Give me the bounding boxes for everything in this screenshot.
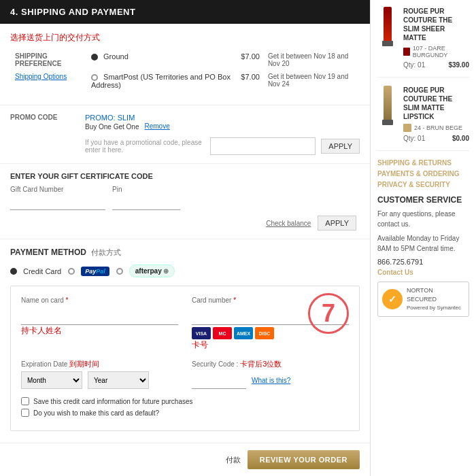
- gift-title: ENTER YOUR GIFT CERTIFICATE CODE: [10, 172, 360, 180]
- what-is-link[interactable]: What is this?: [252, 377, 290, 384]
- payment-title-text: PAYMENT METHOD: [10, 248, 86, 257]
- product-1-swatch-row: 107 - DARE BURGUNDY: [403, 45, 469, 58]
- smartpost-radio[interactable]: [91, 74, 98, 81]
- product-1-name: ROUGE PUR COUTURE THE SLIM SHEER MATTE: [403, 7, 469, 42]
- norton-text: NORTONSECUREDPowered by Symantec: [407, 286, 461, 312]
- default-card-label: Do you wish to make this card as default…: [33, 409, 159, 417]
- promo-apply-button[interactable]: APPLY: [321, 139, 360, 154]
- cs-contact-link[interactable]: Contact Us: [377, 269, 469, 276]
- afterpay-radio[interactable]: [116, 268, 123, 275]
- payment-title: PAYMENT METHOD 付款方式: [10, 248, 360, 258]
- cs-phone: 866.725.6791: [377, 258, 469, 266]
- gift-apply-button[interactable]: APPLY: [318, 216, 356, 231]
- product-1-color-code: 107 - DARE BURGUNDY: [413, 45, 469, 58]
- ground-label: Ground: [103, 52, 129, 61]
- promo-section: PROMO CODE PROMO: SLIM Buy One Get One R…: [0, 105, 370, 163]
- security-input-row: What is this?: [192, 371, 349, 389]
- credit-card-option[interactable]: Credit Card: [10, 267, 61, 275]
- cs-title: CUSTOMER SERVICE: [377, 195, 469, 205]
- default-card-checkbox[interactable]: [21, 409, 29, 417]
- visa-icon: VISA: [192, 327, 211, 339]
- cc-checkboxes: Save this credit card information for fu…: [21, 397, 349, 417]
- security-code-input[interactable]: [192, 371, 246, 389]
- cs-text: For any questions, please contact us.: [377, 209, 469, 229]
- product-2-info: ROUGE PUR COUTURE THE SLIM MATTE LIPSTIC…: [403, 86, 469, 142]
- cardholder-name-input[interactable]: [21, 306, 178, 325]
- sidebar-product-1: ROUGE PUR COUTURE THE SLIM SHEER MATTE 1…: [377, 7, 469, 78]
- cardholder-name-field: Name on card * 持卡人姓名: [21, 296, 178, 351]
- payments-ordering-link[interactable]: PAYMENTS & ORDERING: [377, 170, 469, 177]
- product-1-qty: Qty: 01: [403, 61, 425, 69]
- privacy-security-link[interactable]: PRIVACY & SECURITY: [377, 181, 469, 188]
- step-circle: 7: [308, 293, 349, 334]
- lipstick-1-base: [382, 41, 393, 46]
- shipping-table: SHIPPING PREFERENCE Ground $7.00 Get it …: [10, 49, 360, 92]
- promo-input-row: If you have a promotional code, please e…: [85, 137, 360, 155]
- discover-icon: DISC: [255, 327, 274, 339]
- promo-name: PROMO: SLIM: [85, 114, 360, 122]
- ground-delivery: Get it between Nov 18 and Nov 20: [265, 50, 358, 69]
- gift-section: ENTER YOUR GIFT CERTIFICATE CODE Gift Ca…: [0, 163, 370, 239]
- remove-promo-link[interactable]: Remove: [145, 122, 170, 130]
- gift-number-label: Gift Card Number: [10, 186, 105, 193]
- credit-card-form: 7 Name on card * 持卡人姓名 Card number: [10, 286, 360, 431]
- section-number: 4.: [10, 7, 18, 17]
- shipping-pref-label: SHIPPING PREFERENCE: [12, 50, 86, 69]
- product-2-price: $0.00: [452, 135, 469, 142]
- product-1-price: $39.00: [448, 61, 469, 69]
- security-label: Security Code : 卡背后3位数: [192, 359, 349, 369]
- ground-radio[interactable]: [91, 54, 98, 61]
- gift-pin-input[interactable]: [112, 195, 180, 210]
- afterpay-option[interactable]: afterpay⊕: [116, 265, 175, 277]
- shipping-options-link[interactable]: Shipping Options: [15, 73, 83, 80]
- lipstick-2-base: [382, 120, 393, 125]
- expiry-selects: Month Year: [21, 371, 178, 389]
- section-title: SHIPPING AND PAYMENT: [21, 7, 135, 17]
- sidebar-product-2: ROUGE PUR COUTURE THE SLIM MATTE LIPSTIC…: [377, 86, 469, 151]
- save-card-label: Save this credit card information for fu…: [33, 398, 193, 405]
- smartpost-label: SmartPost (US Territories and PO Box Add…: [91, 73, 231, 89]
- gift-pin-label: Pin: [112, 186, 180, 193]
- review-order-button[interactable]: REVIEW YOUR ORDER: [248, 450, 360, 469]
- save-card-row: Save this credit card information for fu…: [21, 397, 349, 405]
- lipstick-2-img: [384, 86, 392, 120]
- card-number-chinese: 卡号: [192, 339, 349, 351]
- review-row: 付款 REVIEW YOUR ORDER: [0, 443, 370, 476]
- shipping-chinese-label: 选择送货上门的交付方式: [10, 32, 360, 44]
- name-required: *: [66, 296, 69, 304]
- gift-fields: Gift Card Number Pin: [10, 186, 360, 210]
- expiry-label: Expiration Date 到期时间: [21, 359, 178, 369]
- expiry-year-select[interactable]: Year: [88, 371, 149, 389]
- product-2-color-code: 24 - BRUN BEGE: [414, 124, 462, 131]
- promo-input[interactable]: [210, 137, 316, 155]
- mastercard-icon: MC: [213, 327, 232, 339]
- payment-chinese-title: 付款方式: [91, 248, 121, 256]
- product-1-image: [377, 7, 398, 69]
- paypal-radio[interactable]: [68, 268, 75, 275]
- pay-label: 付款: [226, 455, 241, 465]
- gift-number-input[interactable]: [10, 195, 105, 210]
- promo-label: PROMO CODE: [10, 114, 85, 121]
- amex-icon: AMEX: [234, 327, 253, 339]
- smartpost-delivery: Get it between Nov 19 and Nov 24: [265, 71, 358, 91]
- shipping-section: 选择送货上门的交付方式 SHIPPING PREFERENCE Ground $…: [0, 24, 370, 105]
- product-2-qty: Qty: 01: [403, 135, 425, 142]
- sidebar-links: SHIPPING & RETURNS PAYMENTS & ORDERING P…: [377, 159, 469, 188]
- promo-desc: Buy One Get One: [85, 123, 139, 131]
- customer-service: CUSTOMER SERVICE For any questions, plea…: [377, 195, 469, 317]
- shipping-returns-link[interactable]: SHIPPING & RETURNS: [377, 159, 469, 167]
- paypal-option[interactable]: PayPal: [68, 267, 109, 276]
- credit-card-radio[interactable]: [10, 268, 17, 275]
- expiry-month-select[interactable]: Month: [21, 371, 82, 389]
- cardholder-name-label: Name on card *: [21, 296, 178, 304]
- save-card-checkbox[interactable]: [21, 397, 29, 405]
- section-header: 4. SHIPPING AND PAYMENT: [0, 0, 370, 24]
- product-2-swatch: [403, 124, 411, 132]
- smartpost-price: $7.00: [237, 71, 263, 91]
- product-2-name: ROUGE PUR COUTURE THE SLIM MATTE LIPSTIC…: [403, 86, 469, 121]
- cs-availability: Available Monday to Friday 8AM to 5PM Ce…: [377, 233, 469, 254]
- check-balance-link[interactable]: Check balance: [266, 220, 311, 227]
- product-2-swatch-row: 24 - BRUN BEGE: [403, 124, 469, 132]
- ground-price: $7.00: [237, 50, 263, 69]
- payment-section: PAYMENT METHOD 付款方式 Credit Card PayPal a…: [0, 239, 370, 439]
